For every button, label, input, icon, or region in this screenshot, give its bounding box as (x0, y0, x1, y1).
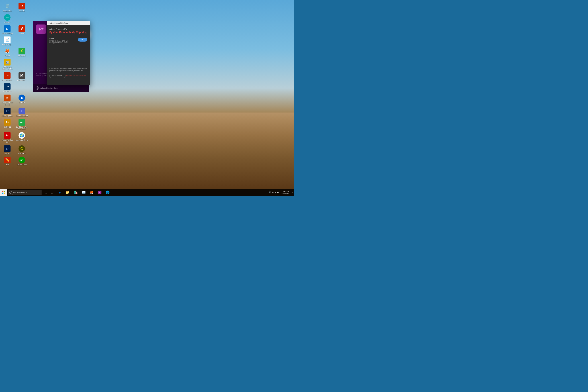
task-view-button[interactable]: ⬚ (49, 189, 55, 196)
fuse-icon: Fs (4, 94, 10, 101)
quickbooks-icon: QB (18, 119, 25, 126)
taskbar-clock[interactable]: 1:03 AM 11/29/2019 (280, 190, 290, 194)
desktop-icon-quickbooks[interactable]: QB QuickBooks Pro Plus 2019 (14, 118, 29, 131)
viewer-icon: V (18, 26, 25, 32)
edge-taskbar-icon: e (59, 190, 60, 194)
explorer-taskbar-icon: 📁 (66, 190, 70, 194)
dialog-footer-text: If you continue with known issues, you m… (49, 67, 87, 72)
desktop-icon-solstice[interactable]: ◎ Solstice Client (14, 156, 29, 167)
fuse-label: Adobe Fuse CC (Beta) (1, 102, 14, 106)
svg-rect-0 (2, 191, 4, 192)
lightroom2-icon: Lr (4, 145, 10, 152)
desktop-icon-edge[interactable]: e Microsoft Edge (0, 24, 14, 36)
svg-rect-3 (4, 192, 5, 194)
taskbar-search[interactable]: Type here to search (8, 190, 42, 195)
msteams-label: Microsoft Teams (16, 115, 28, 117)
export-report-button[interactable]: Export Report... (49, 74, 66, 78)
dimension-label: Dimension (4, 90, 11, 92)
desktop-icon-mindjet[interactable]: M MindMana... (14, 71, 29, 82)
desktop-icon-googleearth[interactable]: 🌍 Google Earth Pro (14, 131, 29, 144)
godox-label: Godox G1 (4, 126, 11, 128)
taskbar-app-store[interactable]: 🛍️ (72, 189, 80, 196)
fix-button[interactable]: Fix... (78, 38, 87, 42)
examplify-icon: ⬡ (18, 145, 25, 152)
adobe-cc-icon: ◎ (36, 86, 39, 90)
search-icon (10, 191, 12, 194)
edit-icon: ✏️ (4, 156, 10, 163)
desktop-icon-edit[interactable]: ✏️ Edit (0, 156, 14, 167)
volume-icon[interactable]: 🔊 (268, 191, 271, 194)
taskbar-right: ∧ 🔊 🖥 ☁ ◆ 1:03 AM 11/29/2019 □ (265, 189, 294, 196)
windows-logo-icon (2, 191, 5, 194)
desktop-icon-dropbox[interactable]: ◆ Dropbox (14, 94, 29, 107)
taskbar-app-premiere[interactable]: Pr (96, 189, 104, 196)
show-hidden-icons[interactable]: ∧ (266, 191, 268, 194)
adobe-cr-icon: Cc (4, 72, 10, 79)
desktop-icon-godox[interactable]: G Godox G1 (0, 118, 14, 131)
dropbox-label: Dropbox (19, 102, 25, 104)
desktop-icon-firefox[interactable]: 🦊 Firefox (0, 47, 14, 58)
dropbox-icon: ◆ (18, 94, 25, 101)
solstice-label: Solstice Client (16, 164, 27, 166)
taskbar-app-explorer[interactable]: 📁 (64, 189, 72, 196)
desktop-icon-analysis[interactable]: 📄 AnalysisLog... (0, 36, 14, 47)
solstice-icon: ◎ (18, 156, 25, 163)
dialog-body: Adobe Premiere Pro System Compatibility … (47, 25, 90, 85)
lightroom2-label: Lightroom (4, 152, 11, 154)
desktop-icon-examplify[interactable]: ⬡ Examplify (14, 144, 29, 156)
analysis-label: AnalysisLog... (2, 44, 12, 46)
firefox-icon: 🦊 (4, 48, 10, 54)
taskbar-action-icons: ⊙ ⬚ (43, 189, 55, 196)
desktop-icon-bittorrent[interactable]: ⚡ BitTorrent (14, 47, 29, 58)
dialog-title: System Compatibility Report (48, 22, 69, 24)
browser2-taskbar-icon: 🌐 (106, 190, 110, 194)
dialog-video-section: Video NVIDIA GeForce GTX 1060 Unsupporte… (49, 36, 87, 46)
desktop-icon-arduino[interactable]: ∞ Arduino (0, 13, 14, 24)
continue-button[interactable]: Continue with known issues... (66, 75, 87, 77)
desktop-icon-recycle-bin[interactable]: 🗑️ Recycle Bin (0, 2, 14, 13)
cortana-button[interactable]: ⊙ (43, 189, 49, 196)
taskbar-app-mail[interactable]: ✉️ (80, 189, 88, 196)
acrobat-icon: Ac (4, 132, 10, 139)
video-device: NVIDIA GeForce GTX 1060 (49, 40, 78, 42)
taskbar-app-browser2[interactable]: 🌐 (104, 189, 112, 196)
video-label: Video (49, 38, 78, 40)
cloud-icon[interactable]: ☁ (274, 191, 276, 194)
warning-icon: ⚠ (84, 31, 87, 34)
desktop-icon-adobe-cr[interactable]: Cc Adobe Creati... (0, 71, 14, 82)
taskbar-app-firefox[interactable]: 🦊 (88, 189, 96, 196)
arduino-label: Arduino (4, 21, 10, 23)
dimension-icon: Dn (4, 83, 10, 90)
remote-icon: R (18, 3, 25, 10)
googleearth-label: Google Earth Pro (16, 139, 28, 141)
taskbar-apps: e 📁 🛍️ ✉️ 🦊 Pr 🌐 (56, 189, 265, 196)
desktop-icon-acrobat[interactable]: Ac Adobe Acrobat DC (0, 131, 14, 144)
video-issue: Unsupported Video Driver (49, 42, 78, 44)
msteams-icon: T (18, 108, 25, 114)
mail-taskbar-icon: ✉️ (82, 190, 86, 194)
start-button[interactable] (0, 189, 7, 196)
notification-button[interactable]: □ (290, 189, 293, 196)
desktop-icon-lightroom[interactable]: Lr Adobe Lightro... (0, 107, 14, 118)
dialog-app-name: Adobe Premiere Pro (49, 28, 87, 30)
bittorrent-label: BitTorrent (18, 55, 26, 57)
premiere-taskbar-icon: Pr (98, 191, 102, 194)
desktop-icon-fuse[interactable]: Fs Adobe Fuse CC (Beta) (0, 94, 14, 107)
googleearth-icon: 🌍 (18, 132, 25, 139)
edit-label: Edit (6, 164, 9, 166)
dropbox-sys-icon[interactable]: ◆ (277, 191, 278, 194)
edge-icon: e (4, 26, 10, 32)
desktop-icon-watchtower[interactable]: 🏛️ Watchtower Library 2015... (0, 58, 14, 71)
network-icon[interactable]: 🖥 (272, 191, 274, 194)
desktop-icon-lightroom2[interactable]: Lr Lightroom (0, 144, 14, 156)
desktop-icon-dimension[interactable]: Dn Dimension (0, 82, 14, 94)
store-taskbar-icon: 🛍️ (74, 190, 78, 194)
examplify-label: Examplify (18, 152, 25, 154)
desktop-icon-remote[interactable]: R Remote (14, 2, 29, 13)
taskbar-app-edge[interactable]: e (56, 189, 64, 196)
desktop: 🗑️ Recycle Bin R Remote ∞ Arduino e Micr… (0, 0, 294, 196)
desktop-icon-viewer[interactable]: V Viewer (14, 24, 29, 36)
search-placeholder-text: Type here to search (13, 192, 27, 193)
acrobat-label: Adobe Acrobat DC (1, 139, 14, 143)
desktop-icon-msteams[interactable]: T Microsoft Teams (14, 107, 29, 118)
